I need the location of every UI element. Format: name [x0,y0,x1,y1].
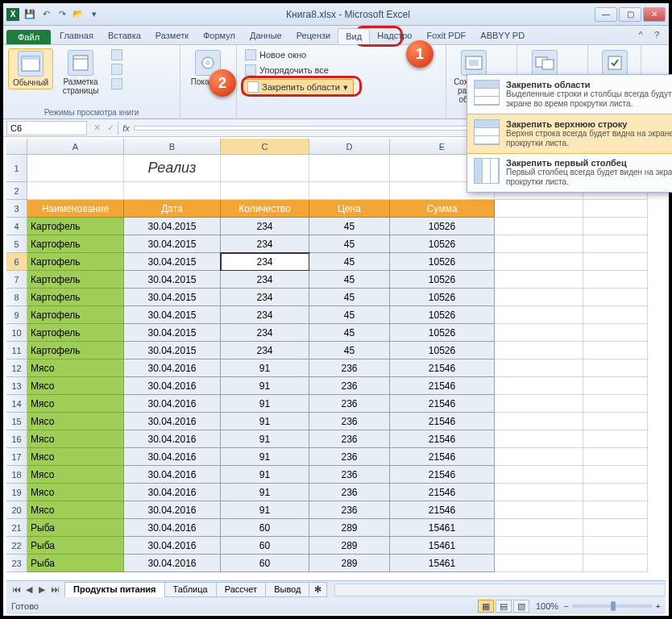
cell-sum[interactable]: 15461 [390,555,495,572]
cell-sum[interactable]: 21546 [390,430,495,448]
cell-sum[interactable]: 15461 [390,537,495,555]
cell-name[interactable]: Мясо [27,484,124,501]
row-header[interactable]: 21 [6,519,27,537]
sheet-nav-next-icon[interactable]: ▶ [35,584,48,595]
cell-price[interactable]: 236 [309,466,390,484]
cell-sum[interactable]: 10526 [390,342,495,359]
table-header[interactable]: Сумма [390,200,495,218]
cell-date[interactable]: 30.04.2016 [124,395,221,413]
new-sheet-button[interactable]: ✻ [309,582,327,597]
row-header[interactable]: 8 [6,289,27,306]
cell[interactable] [495,448,583,466]
cell[interactable] [583,306,648,324]
cell-price[interactable]: 236 [309,377,390,395]
cell[interactable] [495,395,583,413]
cell-date[interactable]: 30.04.2016 [124,519,221,537]
table-header[interactable]: Цена [309,200,390,218]
cell-sum[interactable]: 10526 [390,253,495,271]
cell[interactable] [495,555,583,572]
ribbon-tab-формул[interactable]: Формул [196,28,243,44]
page-layout-status-button[interactable]: ▤ [496,600,512,613]
cell[interactable] [495,519,583,537]
freeze-first-column-option[interactable]: Закрепить первый столбецПервый столбец в… [467,153,672,192]
ribbon-tab-abbyy pd[interactable]: ABBYY PD [473,28,532,44]
cell-qty[interactable]: 60 [221,555,309,572]
cell-date[interactable]: 30.04.2015 [124,342,221,359]
cell[interactable] [309,155,390,182]
column-header-D[interactable]: D [309,139,390,154]
column-header-B[interactable]: B [124,139,221,154]
cell[interactable] [583,466,648,484]
cell[interactable] [495,235,583,253]
ribbon-tab-рецензи[interactable]: Рецензи [289,28,338,44]
ribbon-minimize-icon[interactable]: ^ [633,27,648,42]
row-header[interactable]: 18 [6,466,27,484]
cell-name[interactable]: Рыба [27,519,124,537]
cell[interactable] [495,271,583,289]
cell-qty[interactable]: 234 [221,306,309,324]
cell-sum[interactable]: 10526 [390,271,495,289]
cell-date[interactable]: 30.04.2016 [124,501,221,519]
cell-price[interactable]: 236 [309,484,390,501]
select-all-corner[interactable] [6,139,27,154]
cancel-formula-icon[interactable]: ✕ [90,123,104,133]
cell-sum[interactable]: 21546 [390,466,495,484]
cell-sum[interactable]: 21546 [390,448,495,466]
cell-name[interactable]: Картофель [27,289,124,306]
cell[interactable] [583,377,648,395]
cell-price[interactable]: 236 [309,359,390,377]
cell-qty[interactable]: 91 [221,359,309,377]
normal-view-button[interactable]: Обычный [8,48,53,89]
new-window-button[interactable]: Новое окно [242,48,309,61]
zoom-level[interactable]: 100% [536,601,558,611]
cell[interactable] [27,182,124,200]
table-header[interactable]: Количество [221,200,309,218]
maximize-button[interactable]: ▢ [619,7,641,22]
arrange-all-button[interactable]: Упорядочить все [242,64,332,77]
cell-name[interactable]: Картофель [27,342,124,359]
close-button[interactable]: ✕ [643,7,666,22]
row-header[interactable]: 12 [6,359,27,377]
cell[interactable] [583,271,648,289]
cell-qty[interactable]: 91 [221,501,309,519]
cell[interactable] [583,235,648,253]
ribbon-tab-данные[interactable]: Данные [243,28,289,44]
qat-more-icon[interactable]: ▾ [87,7,102,22]
sheet-tab[interactable]: Вывод [265,582,309,597]
cell-qty[interactable]: 91 [221,484,309,501]
cell[interactable] [583,289,648,306]
minimize-button[interactable]: ― [595,7,617,22]
cell-sum[interactable]: 21546 [390,359,495,377]
cell[interactable] [583,342,648,359]
freeze-panes-option[interactable]: Закрепить областиВыделенные строки и сто… [467,75,672,114]
cell[interactable] [583,430,648,448]
cell[interactable] [583,395,648,413]
cell-date[interactable]: 30.04.2015 [124,271,221,289]
cell[interactable] [495,342,583,359]
cell[interactable] [583,537,648,555]
row-header[interactable]: 4 [6,218,27,235]
cell-sum[interactable]: 15461 [390,519,495,537]
column-header-C[interactable]: C [221,139,309,154]
cell-date[interactable]: 30.04.2016 [124,430,221,448]
normal-view-status-button[interactable]: ▦ [478,600,494,613]
page-break-preview-button[interactable] [108,48,126,61]
fullscreen-button[interactable] [108,77,126,90]
cell[interactable] [583,501,648,519]
cell-price[interactable]: 236 [309,413,390,430]
cell-sum[interactable]: 21546 [390,377,495,395]
cell[interactable] [583,448,648,466]
row-header[interactable]: 1 [6,155,27,182]
cell-price[interactable]: 45 [309,271,390,289]
spreadsheet-grid[interactable]: ABCDEFG 1Реализ23НаименованиеДатаКоличес… [6,139,666,579]
cell[interactable] [583,359,648,377]
row-header[interactable]: 14 [6,395,27,413]
accept-formula-icon[interactable]: ✓ [104,123,118,133]
freeze-top-row-option[interactable]: Закрепить верхнюю строкуВерхня строка вс… [467,114,672,154]
cell-sum[interactable]: 10526 [390,306,495,324]
cell-date[interactable]: 30.04.2015 [124,324,221,342]
cell-name[interactable]: Картофель [27,324,124,342]
cell-date[interactable]: 30.04.2015 [124,235,221,253]
cell-date[interactable]: 30.04.2016 [124,413,221,430]
sheet-tab[interactable]: Таблица [164,582,217,597]
